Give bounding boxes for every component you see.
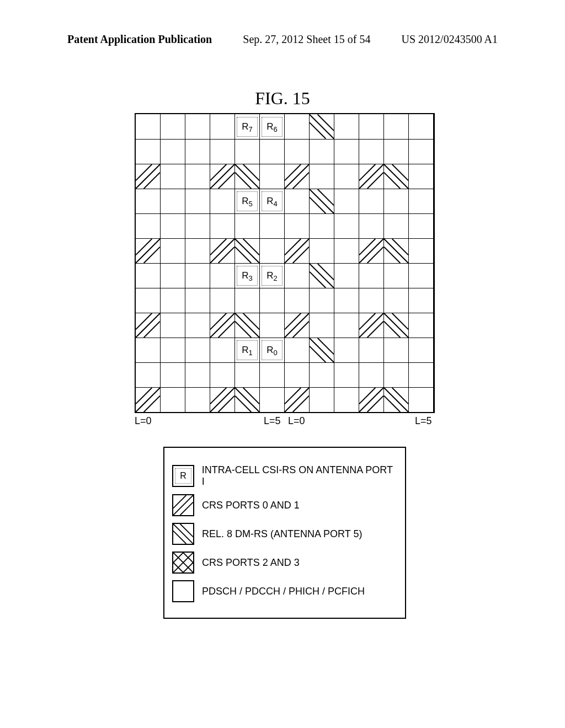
svg-line-83 [384, 396, 400, 412]
grid-cell [161, 263, 185, 288]
grid-cell [161, 338, 185, 362]
crs-cell [285, 313, 310, 338]
grid-cell [384, 213, 409, 238]
grid-cell [136, 114, 161, 139]
svg-line-35 [293, 247, 309, 263]
crs-cell [136, 164, 161, 189]
grid-cell [384, 139, 409, 164]
csi-rs-cell: R6 [260, 114, 285, 139]
legend-item-dmrs: REL. 8 DM-RS (ANTENNA PORT 5) [172, 523, 397, 545]
legend-swatch-pdsch [172, 580, 194, 602]
grid-cell [161, 189, 185, 213]
grid-cell [409, 362, 434, 387]
grid-cell [285, 189, 310, 213]
csi-rs-cell: R5 [235, 189, 260, 213]
svg-line-19 [392, 164, 408, 180]
svg-line-71 [218, 396, 234, 412]
svg-line-28 [210, 239, 226, 255]
grid-cell [310, 213, 334, 238]
svg-line-80 [367, 396, 383, 412]
grid-cell [285, 263, 310, 288]
grid-cell [409, 139, 434, 164]
svg-line-59 [367, 322, 383, 338]
svg-line-2 [310, 122, 326, 138]
dmrs-cell [310, 114, 334, 139]
grid-cell [185, 288, 210, 313]
grid-cell [359, 263, 384, 288]
legend-swatch-crs01 [172, 494, 194, 516]
grid-cell [260, 213, 285, 238]
svg-line-89 [173, 531, 186, 544]
grid-cell [359, 114, 384, 139]
dmrs-cell [235, 313, 260, 338]
axis-label-l5-right: L=5 [415, 415, 432, 427]
crs-cell [285, 387, 310, 412]
grid-cell [185, 362, 210, 387]
page-header: Patent Application Publication Sep. 27, … [0, 33, 565, 46]
grid-cell [161, 313, 185, 338]
svg-line-58 [359, 313, 375, 329]
grid-cell [285, 139, 310, 164]
svg-line-85 [173, 495, 186, 508]
svg-line-17 [367, 173, 383, 189]
grid-cell [334, 362, 359, 387]
grid-cell [185, 263, 210, 288]
grid-cell [384, 338, 409, 362]
axis-label-l0-right: L=0 [288, 415, 305, 427]
grid-cell [185, 338, 210, 362]
grid-cell [310, 387, 334, 412]
grid-cell [334, 114, 359, 139]
svg-line-25 [136, 239, 152, 255]
crs-cell [210, 387, 235, 412]
grid-cell [210, 338, 235, 362]
svg-line-82 [392, 388, 408, 404]
grid-cell [235, 139, 260, 164]
grid-cell [210, 263, 235, 288]
grid-cell [235, 288, 260, 313]
grid-cell [185, 189, 210, 213]
grid-cell [285, 114, 310, 139]
svg-line-41 [384, 247, 400, 263]
header-center: Sep. 27, 2012 Sheet 15 of 54 [243, 33, 370, 46]
svg-line-73 [243, 388, 259, 404]
grid-cell [359, 139, 384, 164]
legend: R INTRA-CELL CSI-RS ON ANTENNA PORT I CR… [163, 447, 406, 619]
legend-swatch-crs23 [172, 552, 194, 574]
grid-cell [285, 338, 310, 362]
svg-line-5 [144, 173, 160, 189]
crs-cell [136, 238, 161, 263]
grid-cell [409, 164, 434, 189]
grid-cell [359, 189, 384, 213]
dmrs-cell [235, 238, 260, 263]
svg-line-44 [310, 272, 326, 288]
svg-line-52 [243, 313, 259, 329]
svg-line-22 [318, 189, 334, 205]
grid-cell [334, 213, 359, 238]
grid-cell [409, 338, 434, 362]
grid-cell [359, 338, 384, 362]
svg-line-32 [235, 247, 251, 263]
crs-cell [359, 238, 384, 263]
svg-line-79 [359, 388, 375, 404]
svg-line-65 [310, 346, 326, 362]
grid-cell [409, 238, 434, 263]
grid-cell [409, 213, 434, 238]
svg-line-23 [310, 197, 326, 213]
grid-cell [235, 362, 260, 387]
svg-line-14 [293, 173, 309, 189]
grid-cell [260, 164, 285, 189]
grid-cell [384, 288, 409, 313]
grid-cell [210, 114, 235, 139]
legend-swatch-csi-rs: R [172, 465, 194, 487]
x-axis-labels: L=0 L=5 L=0 L=5 [135, 413, 435, 426]
grid-cell [334, 139, 359, 164]
crs-cell [285, 164, 310, 189]
grid-cell [260, 313, 285, 338]
dmrs-cell [310, 189, 334, 213]
svg-line-64 [318, 338, 334, 354]
grid-cell [334, 263, 359, 288]
svg-line-8 [218, 173, 234, 189]
svg-line-88 [180, 524, 193, 537]
grid-cell [359, 288, 384, 313]
csi-rs-cell: R2 [260, 263, 285, 288]
